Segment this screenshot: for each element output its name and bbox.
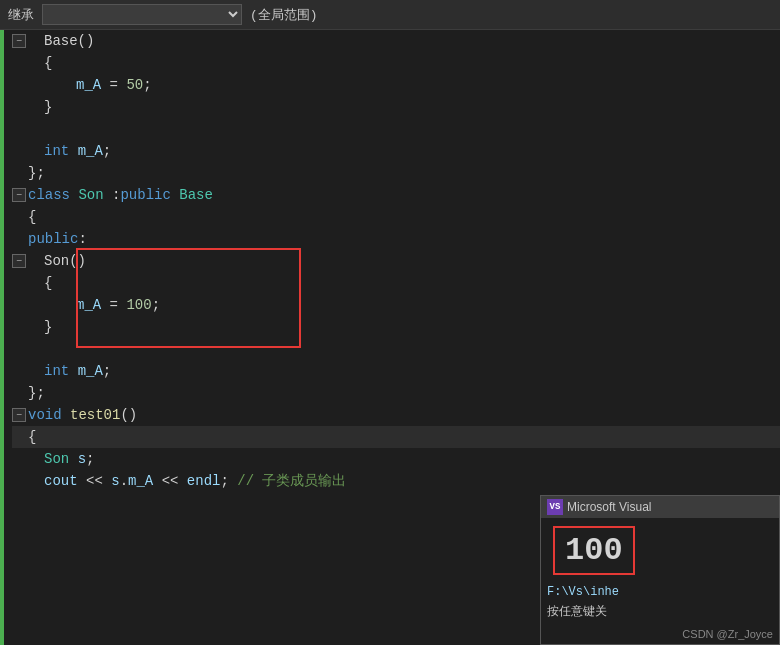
collapse-icon[interactable]: − <box>12 188 26 202</box>
collapse-icon[interactable]: − <box>12 408 26 422</box>
context-dropdown[interactable] <box>42 4 242 25</box>
code-line: } <box>12 96 780 118</box>
code-line: cout << s.m_A << endl; // 子类成员输出 <box>12 470 780 492</box>
code-line: − Son() <box>12 250 780 272</box>
code-line: { <box>12 272 780 294</box>
code-area: − Base() { m_A = 50; } <box>0 30 780 645</box>
top-bar: 继承 (全局范围) <box>0 0 780 30</box>
code-line: − Base() <box>12 30 780 52</box>
code-line: public: <box>12 228 780 250</box>
code-line: Son s; <box>12 448 780 470</box>
code-line: m_A = 50; <box>12 74 780 96</box>
code-line: int m_A; <box>12 360 780 382</box>
code-line: { <box>12 206 780 228</box>
vs-logo: VS <box>547 499 563 515</box>
vs-tooltip-title: Microsoft Visual <box>567 500 651 514</box>
collapse-icon[interactable]: − <box>12 254 26 268</box>
top-bar-label: 继承 <box>8 6 34 24</box>
code-line: { <box>12 426 780 448</box>
code-line: { <box>12 52 780 74</box>
code-line: − class Son :public Base <box>12 184 780 206</box>
code-line: } <box>12 316 780 338</box>
vs-tooltip-path: F:\Vs\inhe <box>541 583 779 601</box>
vs-tooltip-header: VS Microsoft Visual <box>541 496 779 518</box>
vs-tooltip: VS Microsoft Visual 100 F:\Vs\inhe 按任意键关… <box>540 495 780 645</box>
vs-tooltip-footer: CSDN @Zr_Joyce <box>541 626 779 644</box>
code-line: m_A = 100; <box>12 294 780 316</box>
code-line: }; <box>12 382 780 404</box>
debug-value: 100 <box>553 526 635 575</box>
code-line: int m_A; <box>12 140 780 162</box>
code-line <box>12 338 780 360</box>
vs-tooltip-hint: 按任意键关 <box>541 601 779 626</box>
code-line: }; <box>12 162 780 184</box>
collapse-icon[interactable]: − <box>12 34 26 48</box>
scope-label: (全局范围) <box>250 6 318 24</box>
vs-tooltip-body: 100 <box>541 518 779 583</box>
code-line <box>12 118 780 140</box>
code-line: − void test01() <box>12 404 780 426</box>
